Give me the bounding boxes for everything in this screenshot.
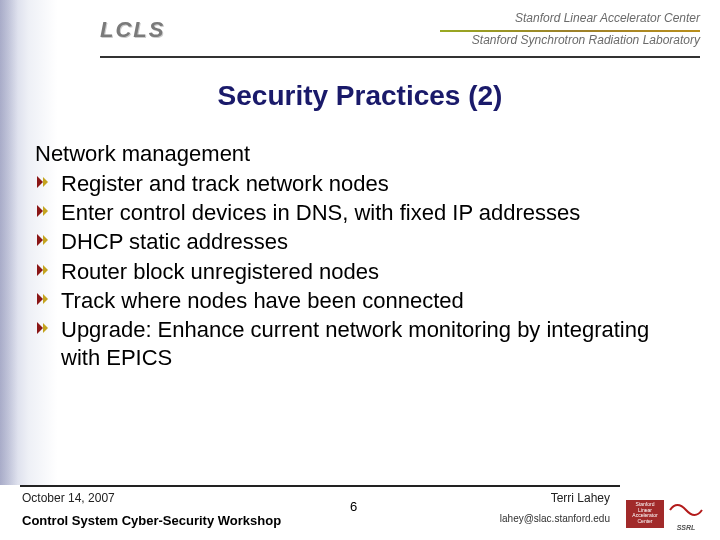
slac-logo: Stanford Linear Accelerator Center [626, 500, 664, 528]
bullet-item: Upgrade: Enhance current network monitor… [35, 316, 690, 372]
bullet-text: DHCP static addresses [61, 229, 288, 254]
ssrl-logo: SSRL [668, 500, 704, 528]
bullet-text: Router block unregistered nodes [61, 259, 379, 284]
bullet-item: DHCP static addresses [35, 228, 690, 256]
bullet-item: Enter control devices in DNS, with fixed… [35, 199, 690, 227]
bullet-icon [37, 205, 50, 218]
content-heading: Network management [35, 140, 690, 168]
header: LCLS Stanford Linear Accelerator Center … [0, 0, 720, 60]
bullet-text: Register and track network nodes [61, 171, 389, 196]
content-area: Network management Register and track ne… [35, 140, 690, 373]
org2-text: Stanford Synchrotron Radiation Laborator… [440, 33, 700, 49]
bullet-icon [37, 264, 50, 277]
footer-author: Terri Lahey [551, 491, 610, 505]
bullet-item: Register and track network nodes [35, 170, 690, 198]
footer-date: October 14, 2007 [22, 491, 115, 505]
lcls-logo: LCLS [20, 17, 165, 43]
footer-rule [20, 485, 620, 487]
page-number: 6 [350, 499, 357, 514]
slide-title: Security Practices (2) [0, 80, 720, 112]
header-divider [440, 30, 700, 32]
footer-workshop: Control System Cyber-Security Workshop [22, 513, 281, 528]
header-org-block: Stanford Linear Accelerator Center Stanf… [440, 11, 700, 48]
bullet-item: Track where nodes have been connected [35, 287, 690, 315]
footer-logo-block: Stanford Linear Accelerator Center SSRL [626, 496, 706, 532]
bullet-text: Track where nodes have been connected [61, 288, 464, 313]
header-rule [100, 56, 700, 58]
footer: October 14, 2007 Control System Cyber-Se… [0, 485, 720, 540]
bullet-icon [37, 234, 50, 247]
bullet-text: Enter control devices in DNS, with fixed… [61, 200, 580, 225]
bullet-text: Upgrade: Enhance current network monitor… [61, 317, 649, 370]
footer-email: lahey@slac.stanford.edu [500, 513, 610, 524]
bullet-icon [37, 322, 50, 335]
bullet-icon [37, 176, 50, 189]
bullet-icon [37, 293, 50, 306]
ssrl-text: SSRL [668, 524, 704, 531]
bullet-item: Router block unregistered nodes [35, 258, 690, 286]
slide: LCLS Stanford Linear Accelerator Center … [0, 0, 720, 540]
org1-text: Stanford Linear Accelerator Center [440, 11, 700, 27]
